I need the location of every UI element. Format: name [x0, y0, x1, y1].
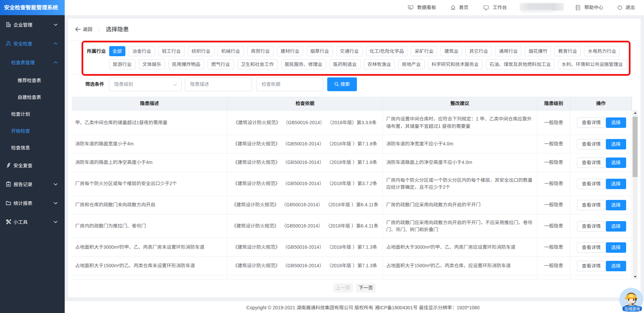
- svg-text:在线咨询: 在线咨询: [624, 306, 640, 311]
